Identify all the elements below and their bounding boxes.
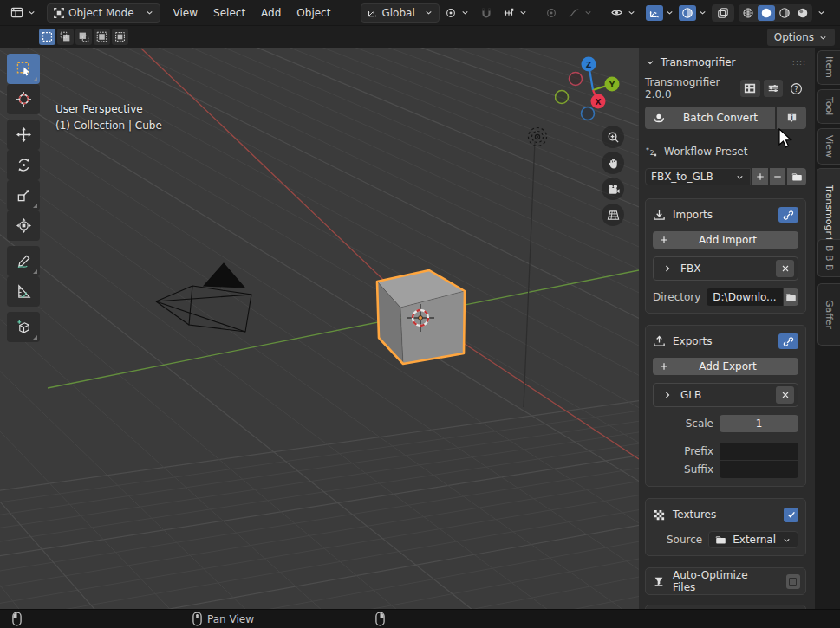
plus-icon	[659, 235, 669, 245]
preset-folder-button[interactable]	[787, 168, 806, 185]
gizmo-neg-x-ball[interactable]	[570, 73, 583, 86]
panel-grip-icon[interactable]: ::::	[792, 58, 806, 67]
shading-rendered-button[interactable]	[794, 5, 811, 21]
directory-field[interactable]: D:\Downlo...	[707, 288, 782, 306]
gizmo-neg-z-ball[interactable]	[582, 107, 595, 120]
light-object[interactable]	[529, 128, 547, 146]
status-left-mouse	[12, 612, 22, 626]
tab-gaffer[interactable]: Gaffer	[817, 283, 840, 346]
scale-icon	[16, 188, 31, 203]
prefix-field[interactable]	[720, 443, 798, 460]
auto-optimize-checkbox[interactable]	[786, 574, 800, 589]
shading-dropdown-chevron[interactable]	[817, 8, 826, 17]
panel-title: Transmogrifier	[661, 56, 736, 68]
chevron-down-icon[interactable]	[665, 8, 674, 17]
layout-button[interactable]	[740, 80, 760, 97]
orientation-icon	[367, 7, 378, 18]
textures-checkbox[interactable]	[784, 508, 798, 522]
editor-type-button[interactable]	[5, 3, 42, 22]
suffix-field[interactable]	[720, 461, 798, 478]
mouse-left-icon	[12, 612, 22, 626]
options-label: Options	[774, 31, 814, 43]
rotate-icon	[16, 158, 31, 172]
viewport-3d[interactable]: User Perspective (1) Collection | Cube Z…	[0, 48, 639, 609]
transform-tool[interactable]	[7, 210, 40, 241]
show-overlays-toggle[interactable]	[679, 5, 696, 21]
snap-target-dropdown[interactable]	[498, 4, 533, 22]
batch-convert-button[interactable]: Batch Convert	[645, 107, 775, 129]
tab-tool[interactable]: Tool	[817, 89, 840, 124]
source-dropdown[interactable]: External	[708, 531, 798, 548]
remove-export-button[interactable]	[776, 386, 794, 404]
export-item-glb[interactable]: GLB	[653, 383, 798, 407]
tab-item[interactable]: Item	[817, 50, 840, 85]
directory-value: D:\Downlo...	[713, 291, 776, 303]
cursor-tool[interactable]	[7, 84, 40, 114]
select-mode-invert-button[interactable]	[94, 29, 110, 45]
chevron-down-icon	[583, 8, 593, 17]
shading-solid-button[interactable]	[758, 5, 775, 21]
xray-toggle[interactable]	[712, 4, 734, 22]
annotate-tool[interactable]	[7, 246, 40, 276]
add-cube-tool[interactable]	[7, 312, 40, 342]
auto-optimize-section[interactable]: Auto-Optimize Files	[645, 567, 806, 595]
show-gizmo-toggle[interactable]	[646, 5, 663, 21]
select-mode-intersect-button[interactable]	[112, 29, 128, 45]
select-mode-subtract-button[interactable]	[75, 29, 92, 45]
snap-toggle[interactable]	[475, 4, 498, 22]
gizmo-neg-y-ball[interactable]	[556, 91, 569, 104]
shading-wireframe-button[interactable]	[739, 5, 757, 21]
remove-import-button[interactable]	[776, 260, 794, 277]
gizmo-x-label: X	[596, 98, 602, 107]
preset-remove-button[interactable]	[770, 168, 785, 185]
menu-object[interactable]: Object	[289, 3, 338, 23]
menu-select[interactable]: Select	[205, 3, 253, 23]
preset-add-button[interactable]	[752, 168, 768, 185]
move-tool[interactable]	[7, 120, 40, 150]
navigation-gizmo[interactable]: Z Y X	[555, 50, 633, 128]
eye-icon	[610, 6, 623, 19]
chevron-down-icon	[518, 8, 528, 17]
scale-tool[interactable]	[7, 180, 40, 210]
zoom-view-button[interactable]	[602, 126, 624, 148]
exports-link-button[interactable]	[778, 333, 798, 349]
select-mode-new-button[interactable]	[39, 29, 55, 45]
proportional-falloff-dropdown[interactable]	[563, 4, 598, 22]
select-mode-group	[39, 29, 128, 45]
tab-bbb[interactable]: B B B	[817, 239, 840, 277]
chevron-down-icon	[782, 535, 791, 545]
select-box-tool[interactable]	[7, 54, 40, 84]
camera-view-button[interactable]	[602, 178, 624, 200]
add-import-button[interactable]: Add Import	[653, 231, 798, 249]
batch-info-button[interactable]	[777, 107, 806, 129]
menu-view[interactable]: View	[166, 3, 205, 23]
scale-slider[interactable]: 1	[720, 415, 798, 432]
measure-tool[interactable]	[7, 276, 40, 307]
pivot-point-dropdown[interactable]	[440, 4, 475, 22]
shading-material-button[interactable]	[776, 5, 793, 21]
imports-link-button[interactable]	[778, 207, 798, 223]
object-visibility-dropdown[interactable]	[605, 3, 641, 22]
tab-view[interactable]: View	[817, 128, 840, 165]
measure-icon	[16, 284, 31, 299]
perspective-toggle-button[interactable]	[602, 204, 624, 226]
select-mode-extend-button[interactable]	[57, 29, 74, 45]
panel-header[interactable]: Transmogrifier ::::	[645, 53, 806, 72]
imports-section: Imports Add Import FBX Directory D:\Down…	[645, 198, 806, 314]
rotate-tool[interactable]	[7, 150, 40, 180]
menu-add[interactable]: Add	[253, 3, 289, 23]
pan-view-button[interactable]	[602, 152, 624, 174]
pan-view-label: Pan View	[207, 613, 254, 625]
add-export-button[interactable]: Add Export	[653, 358, 798, 375]
directory-browse-button[interactable]	[784, 288, 798, 306]
mode-dropdown[interactable]: Object Mode	[47, 3, 160, 23]
camera-object[interactable]	[156, 263, 251, 332]
orientation-dropdown[interactable]: Global	[361, 3, 439, 23]
help-button[interactable]	[786, 80, 806, 97]
chevron-down-icon[interactable]	[698, 8, 707, 17]
preset-dropdown[interactable]: FBX_to_GLB	[645, 168, 751, 185]
import-item-fbx[interactable]: FBX	[653, 256, 798, 281]
options-button[interactable]: Options	[767, 29, 835, 46]
proportional-editing-toggle[interactable]	[540, 4, 563, 22]
settings-button[interactable]	[764, 80, 784, 97]
